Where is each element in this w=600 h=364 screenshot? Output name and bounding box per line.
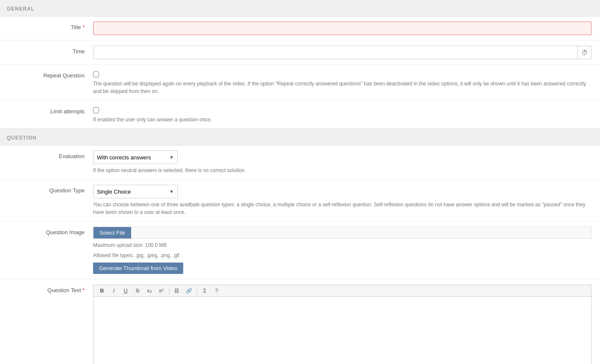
editor-toolbar: B I U S x₂ x² ⛓ 🔗 Σ ? [93, 285, 592, 296]
subscript-button[interactable]: x₂ [144, 287, 154, 295]
question-section-header: QUESTION [0, 129, 600, 145]
unlink-button[interactable]: 🔗 [184, 287, 194, 295]
repeat-label: Repeat Question [8, 70, 93, 79]
general-section-body: Title * Time 0:00:00 ⏱ Repeat Question [0, 16, 600, 129]
repeat-help-text: The question will be displayed again on … [93, 80, 592, 95]
toolbar-separator-1 [169, 287, 169, 295]
evaluation-label: Evaluation [8, 151, 93, 159]
evaluation-content: With corrects answers Neutral answers ▼ … [93, 151, 592, 174]
limit-content: If enabled the user only can answer a qu… [93, 106, 592, 123]
link-button[interactable]: ⛓ [172, 287, 182, 295]
question-image-content: Select File Maximum upload size: 100.0 M… [93, 227, 592, 274]
title-label: Title * [8, 22, 93, 30]
question-text-required: * [83, 287, 85, 293]
question-text-label: Question Text * [8, 285, 93, 293]
time-input-wrap: 0:00:00 ⏱ [93, 46, 592, 59]
help-button[interactable]: ? [212, 287, 222, 295]
time-row: Time 0:00:00 ⏱ [0, 41, 600, 65]
limit-checkbox[interactable] [93, 107, 99, 113]
strikethrough-button[interactable]: S [132, 287, 143, 295]
underline-button[interactable]: U [121, 287, 131, 295]
superscript-button[interactable]: x² [156, 287, 166, 295]
title-required: * [83, 24, 85, 30]
question-image-row: Question Image Select File Maximum uploa… [0, 222, 600, 279]
general-section-header: GENERAL [0, 0, 600, 16]
question-section-body: Evaluation With corrects answers Neutral… [0, 145, 600, 364]
question-type-help-text: You can choose between one of three avai… [93, 201, 592, 216]
question-type-row: Question Type Single Choice Multiple Cho… [0, 180, 600, 222]
repeat-content: The question will be displayed again on … [93, 70, 592, 95]
evaluation-help-text: If the option neutral answers is selecte… [93, 167, 592, 174]
time-label: Time [8, 46, 93, 55]
generate-thumbnail-button[interactable]: Generate Thumbnail from Video [93, 263, 183, 274]
question-image-label: Question Image [8, 227, 93, 235]
limit-help-text: If enabled the user only can answer a qu… [93, 116, 592, 123]
question-text-editor[interactable] [93, 296, 592, 364]
bold-button[interactable]: B [97, 287, 107, 295]
evaluation-select-wrap: With corrects answers Neutral answers ▼ [93, 151, 178, 164]
question-type-select-wrap: Single Choice Multiple Choice Self-Refle… [93, 185, 178, 198]
max-upload-text: Maximum upload size: 100.0 MB [93, 241, 592, 249]
time-content: 0:00:00 ⏱ [93, 46, 592, 59]
limit-row: Limit attempts If enabled the user only … [0, 101, 600, 129]
question-type-select[interactable]: Single Choice Multiple Choice Self-Refle… [94, 185, 177, 198]
question-text-content: B I U S x₂ x² ⛓ 🔗 Σ ? [93, 285, 592, 364]
clock-icon: ⏱ [578, 46, 591, 59]
title-content [93, 22, 592, 35]
repeat-checkbox[interactable] [93, 71, 99, 77]
title-input[interactable] [93, 22, 592, 35]
question-type-label: Question Type [8, 185, 93, 194]
title-row: Title * [0, 16, 600, 41]
select-file-button[interactable]: Select File [94, 227, 131, 238]
question-section: QUESTION Evaluation With corrects answer… [0, 129, 600, 364]
italic-button[interactable]: I [109, 287, 119, 295]
allowed-types-text: Allowed file types: .jpg, .jpeg, .png, .… [93, 252, 592, 259]
evaluation-select[interactable]: With corrects answers Neutral answers [94, 151, 177, 164]
question-text-row: Question Text * B I U S x₂ x² ⛓ 🔗 Σ ? [0, 279, 600, 364]
evaluation-row: Evaluation With corrects answers Neutral… [0, 145, 600, 180]
toolbar-separator-2 [197, 287, 197, 295]
file-area: Select File [93, 227, 592, 239]
question-type-content: Single Choice Multiple Choice Self-Refle… [93, 185, 592, 216]
repeat-checkbox-wrap [93, 71, 592, 77]
general-section: GENERAL Title * Time 0:00:00 ⏱ Repeat [0, 0, 600, 129]
repeat-row: Repeat Question The question will be dis… [0, 65, 600, 101]
time-input[interactable]: 0:00:00 [94, 48, 578, 57]
limit-checkbox-wrap [93, 107, 592, 113]
sigma-button[interactable]: Σ [200, 287, 210, 295]
limit-label: Limit attempts [8, 106, 93, 115]
